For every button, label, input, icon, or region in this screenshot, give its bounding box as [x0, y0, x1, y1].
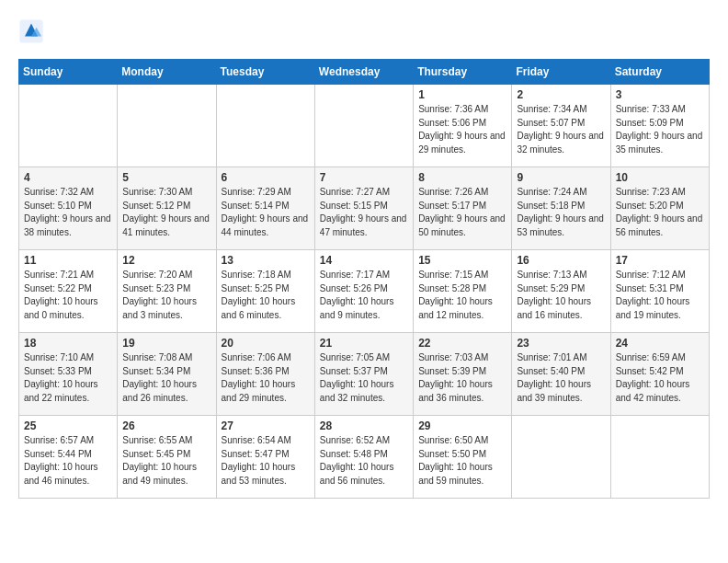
calendar-cell — [610, 416, 709, 499]
day-info: Sunrise: 7:18 AMSunset: 5:25 PMDaylight:… — [222, 269, 310, 322]
day-number: 22 — [418, 337, 506, 350]
day-info: Sunrise: 7:36 AMSunset: 5:06 PMDaylight:… — [418, 103, 506, 156]
weekday-header-tuesday: Tuesday — [216, 60, 314, 85]
weekday-header-thursday: Thursday — [414, 60, 512, 85]
day-info: Sunrise: 6:57 AMSunset: 5:44 PMDaylight:… — [24, 434, 112, 488]
day-info: Sunrise: 7:32 AMSunset: 5:10 PMDaylight:… — [24, 186, 112, 239]
day-number: 27 — [222, 419, 310, 432]
day-number: 1 — [418, 88, 506, 101]
calendar-cell: 1 Sunrise: 7:36 AMSunset: 5:06 PMDayligh… — [414, 85, 512, 167]
calendar-cell: 9 Sunrise: 7:24 AMSunset: 5:18 PMDayligh… — [512, 167, 610, 250]
day-number: 4 — [24, 171, 112, 184]
calendar-cell: 2 Sunrise: 7:34 AMSunset: 5:07 PMDayligh… — [512, 85, 610, 167]
calendar-cell: 22 Sunrise: 7:03 AMSunset: 5:39 PMDaylig… — [414, 333, 512, 416]
day-info: Sunrise: 7:29 AMSunset: 5:14 PMDaylight:… — [222, 186, 310, 239]
day-number: 19 — [122, 337, 210, 350]
day-info: Sunrise: 7:34 AMSunset: 5:07 PMDaylight:… — [517, 103, 605, 156]
calendar-cell: 28 Sunrise: 6:52 AMSunset: 5:48 PMDaylig… — [314, 416, 413, 499]
day-info: Sunrise: 7:24 AMSunset: 5:18 PMDaylight:… — [517, 186, 605, 239]
day-info: Sunrise: 6:50 AMSunset: 5:50 PMDaylight:… — [418, 434, 506, 488]
week-row-2: 4 Sunrise: 7:32 AMSunset: 5:10 PMDayligh… — [19, 167, 710, 250]
calendar-cell: 27 Sunrise: 6:54 AMSunset: 5:47 PMDaylig… — [216, 416, 314, 499]
day-info: Sunrise: 7:01 AMSunset: 5:40 PMDaylight:… — [517, 351, 605, 405]
calendar-cell — [512, 416, 610, 499]
calendar-cell: 12 Sunrise: 7:20 AMSunset: 5:23 PMDaylig… — [118, 250, 216, 333]
day-number: 21 — [320, 337, 408, 350]
day-info: Sunrise: 7:06 AMSunset: 5:36 PMDaylight:… — [222, 351, 310, 405]
calendar-cell: 26 Sunrise: 6:55 AMSunset: 5:45 PMDaylig… — [118, 416, 216, 499]
week-row-5: 25 Sunrise: 6:57 AMSunset: 5:44 PMDaylig… — [19, 416, 710, 499]
weekday-header-friday: Friday — [512, 60, 610, 85]
day-info: Sunrise: 7:15 AMSunset: 5:28 PMDaylight:… — [418, 269, 506, 322]
day-number: 11 — [24, 254, 112, 267]
week-row-3: 11 Sunrise: 7:21 AMSunset: 5:22 PMDaylig… — [19, 250, 710, 333]
weekday-header-sunday: Sunday — [19, 60, 118, 85]
calendar-cell: 14 Sunrise: 7:17 AMSunset: 5:26 PMDaylig… — [314, 250, 413, 333]
calendar-cell: 17 Sunrise: 7:12 AMSunset: 5:31 PMDaylig… — [610, 250, 709, 333]
calendar-cell: 21 Sunrise: 7:05 AMSunset: 5:37 PMDaylig… — [314, 333, 413, 416]
day-number: 12 — [122, 254, 210, 267]
day-info: Sunrise: 7:05 AMSunset: 5:37 PMDaylight:… — [320, 351, 408, 405]
logo-icon — [18, 18, 44, 44]
day-number: 16 — [517, 254, 605, 267]
day-info: Sunrise: 7:17 AMSunset: 5:26 PMDaylight:… — [320, 269, 408, 322]
calendar-cell: 16 Sunrise: 7:13 AMSunset: 5:29 PMDaylig… — [512, 250, 610, 333]
day-number: 17 — [616, 254, 704, 267]
day-number: 2 — [517, 88, 605, 101]
week-row-1: 1 Sunrise: 7:36 AMSunset: 5:06 PMDayligh… — [19, 85, 710, 167]
calendar-cell — [314, 85, 413, 167]
calendar-cell: 15 Sunrise: 7:15 AMSunset: 5:28 PMDaylig… — [414, 250, 512, 333]
day-info: Sunrise: 7:33 AMSunset: 5:09 PMDaylight:… — [616, 103, 704, 156]
weekday-header-wednesday: Wednesday — [314, 60, 413, 85]
calendar-cell: 3 Sunrise: 7:33 AMSunset: 5:09 PMDayligh… — [610, 85, 709, 167]
day-number: 14 — [320, 254, 408, 267]
day-number: 3 — [616, 88, 704, 101]
day-info: Sunrise: 7:08 AMSunset: 5:34 PMDaylight:… — [122, 351, 210, 405]
day-info: Sunrise: 7:26 AMSunset: 5:17 PMDaylight:… — [418, 186, 506, 239]
day-info: Sunrise: 6:54 AMSunset: 5:47 PMDaylight:… — [222, 434, 310, 488]
day-number: 5 — [122, 171, 210, 184]
day-info: Sunrise: 7:30 AMSunset: 5:12 PMDaylight:… — [122, 186, 210, 239]
day-number: 6 — [222, 171, 310, 184]
day-info: Sunrise: 6:59 AMSunset: 5:42 PMDaylight:… — [616, 351, 704, 405]
weekday-header-row: SundayMondayTuesdayWednesdayThursdayFrid… — [19, 60, 710, 85]
calendar-cell: 8 Sunrise: 7:26 AMSunset: 5:17 PMDayligh… — [414, 167, 512, 250]
calendar-table: SundayMondayTuesdayWednesdayThursdayFrid… — [18, 59, 710, 499]
day-number: 29 — [418, 419, 506, 432]
day-info: Sunrise: 7:20 AMSunset: 5:23 PMDaylight:… — [122, 269, 210, 322]
calendar-cell: 5 Sunrise: 7:30 AMSunset: 5:12 PMDayligh… — [118, 167, 216, 250]
page-header — [18, 18, 710, 44]
weekday-header-saturday: Saturday — [610, 60, 709, 85]
calendar-cell: 24 Sunrise: 6:59 AMSunset: 5:42 PMDaylig… — [610, 333, 709, 416]
day-number: 20 — [222, 337, 310, 350]
calendar-cell: 6 Sunrise: 7:29 AMSunset: 5:14 PMDayligh… — [216, 167, 314, 250]
logo — [18, 18, 48, 44]
calendar-cell: 25 Sunrise: 6:57 AMSunset: 5:44 PMDaylig… — [19, 416, 118, 499]
calendar-cell: 7 Sunrise: 7:27 AMSunset: 5:15 PMDayligh… — [314, 167, 413, 250]
day-number: 10 — [616, 171, 704, 184]
day-info: Sunrise: 6:52 AMSunset: 5:48 PMDaylight:… — [320, 434, 408, 488]
calendar-cell: 20 Sunrise: 7:06 AMSunset: 5:36 PMDaylig… — [216, 333, 314, 416]
calendar-cell: 19 Sunrise: 7:08 AMSunset: 5:34 PMDaylig… — [118, 333, 216, 416]
calendar-cell: 29 Sunrise: 6:50 AMSunset: 5:50 PMDaylig… — [414, 416, 512, 499]
day-number: 28 — [320, 419, 408, 432]
calendar-cell — [19, 85, 118, 167]
day-number: 15 — [418, 254, 506, 267]
day-number: 26 — [122, 419, 210, 432]
day-number: 18 — [24, 337, 112, 350]
day-info: Sunrise: 6:55 AMSunset: 5:45 PMDaylight:… — [122, 434, 210, 488]
calendar-cell: 4 Sunrise: 7:32 AMSunset: 5:10 PMDayligh… — [19, 167, 118, 250]
calendar-cell — [216, 85, 314, 167]
day-number: 8 — [418, 171, 506, 184]
calendar-cell — [118, 85, 216, 167]
day-info: Sunrise: 7:27 AMSunset: 5:15 PMDaylight:… — [320, 186, 408, 239]
calendar-cell: 13 Sunrise: 7:18 AMSunset: 5:25 PMDaylig… — [216, 250, 314, 333]
day-number: 13 — [222, 254, 310, 267]
day-number: 7 — [320, 171, 408, 184]
day-info: Sunrise: 7:13 AMSunset: 5:29 PMDaylight:… — [517, 269, 605, 322]
day-number: 24 — [616, 337, 704, 350]
weekday-header-monday: Monday — [118, 60, 216, 85]
calendar-cell: 10 Sunrise: 7:23 AMSunset: 5:20 PMDaylig… — [610, 167, 709, 250]
day-info: Sunrise: 7:23 AMSunset: 5:20 PMDaylight:… — [616, 186, 704, 239]
day-info: Sunrise: 7:03 AMSunset: 5:39 PMDaylight:… — [418, 351, 506, 405]
